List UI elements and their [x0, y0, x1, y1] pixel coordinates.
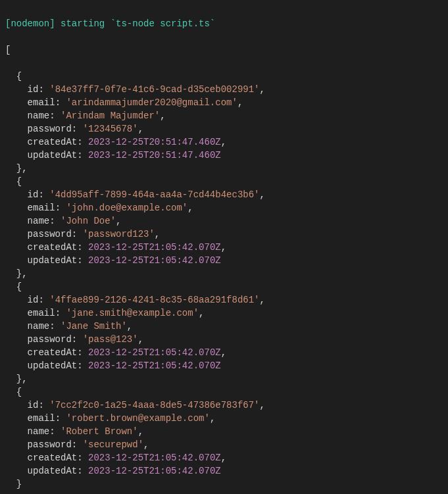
object-open: { — [5, 175, 448, 188]
field-email: email: 'jane.smith@example.com', — [5, 307, 448, 320]
field-password: password: 'securepwd', — [5, 438, 448, 451]
field-email: email: 'john.doe@example.com', — [5, 201, 448, 214]
object-open: { — [5, 385, 448, 399]
array-open: [ — [5, 43, 448, 57]
field-createdAt: createdAt: 2023-12-25T20:51:47.460Z, — [5, 136, 448, 149]
field-password: password: 'password123', — [5, 228, 448, 241]
field-password: password: 'pass@123', — [5, 333, 448, 346]
field-email: email: 'robert.brown@example.com', — [5, 412, 448, 425]
object-open: { — [5, 70, 448, 83]
field-name: name: 'Arindam Majumder', — [5, 109, 448, 122]
field-updatedAt: updatedAt: 2023-12-25T21:05:42.070Z — [5, 359, 448, 372]
field-updatedAt: updatedAt: 2023-12-25T21:05:42.070Z — [5, 464, 448, 478]
object-close: }, — [5, 372, 448, 385]
field-createdAt: createdAt: 2023-12-25T21:05:42.070Z, — [5, 241, 448, 254]
field-id: id: '4ffae899-2126-4241-8c35-68aa291f8d6… — [5, 293, 448, 307]
field-updatedAt: updatedAt: 2023-12-25T20:51:47.460Z — [5, 149, 448, 162]
field-updatedAt: updatedAt: 2023-12-25T21:05:42.070Z — [5, 254, 448, 267]
field-id: id: '84e37ff7-0f7e-41c6-9cad-d35ceb00299… — [5, 83, 448, 96]
field-name: name: 'Robert Brown', — [5, 425, 448, 438]
field-password: password: '12345678', — [5, 122, 448, 136]
nodemon-start-line: [nodemon] starting `ts-node script.ts` — [5, 17, 448, 30]
nodemon-tag: [nodemon] — [5, 18, 55, 29]
field-createdAt: createdAt: 2023-12-25T21:05:42.070Z, — [5, 346, 448, 359]
object-close: } — [5, 478, 448, 491]
nodemon-start-text: starting `ts-node script.ts` — [55, 18, 216, 29]
object-close: }, — [5, 162, 448, 175]
records-container: { id: '84e37ff7-0f7e-41c6-9cad-d35ceb002… — [5, 70, 448, 491]
field-createdAt: createdAt: 2023-12-25T21:05:42.070Z, — [5, 451, 448, 464]
field-email: email: 'arindammajumder2020@gmail.com', — [5, 96, 448, 109]
object-close: }, — [5, 267, 448, 280]
field-name: name: 'Jane Smith', — [5, 320, 448, 333]
terminal-output: [nodemon] starting `ts-node script.ts` [… — [5, 4, 448, 494]
field-name: name: 'John Doe', — [5, 214, 448, 228]
object-open: { — [5, 280, 448, 293]
field-id: id: '7cc2f2c0-1a25-4aaa-8de5-47386e783f6… — [5, 399, 448, 412]
field-id: id: '4dd95aff-7899-464a-aa4a-7cd44b4ec3b… — [5, 188, 448, 201]
